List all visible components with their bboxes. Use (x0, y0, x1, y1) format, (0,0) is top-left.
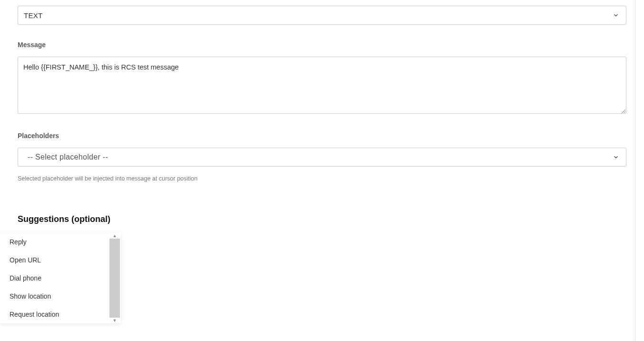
suggestion-option-show-location[interactable]: Show location (0, 287, 121, 305)
placeholders-help-text: Selected placeholder will be injected in… (18, 175, 626, 182)
placeholders-label: Placeholders (18, 132, 626, 140)
chevron-down-icon (612, 153, 620, 161)
chevron-down-icon (612, 11, 620, 20)
placeholders-select[interactable]: -- Select placeholder -- (18, 148, 626, 167)
message-label: Message (18, 41, 626, 49)
suggestions-heading: Suggestions (optional) (18, 214, 626, 224)
suggestion-option-dial-phone[interactable]: Dial phone (0, 269, 121, 287)
suggestion-option-reply[interactable]: Reply (0, 233, 121, 251)
type-select[interactable]: TEXT (18, 6, 626, 25)
scrollbar-thumb[interactable] (109, 239, 120, 318)
scroll-up-arrow-icon[interactable]: ▲ (109, 233, 121, 239)
message-textarea[interactable] (18, 57, 626, 114)
scroll-down-arrow-icon[interactable]: ▼ (109, 318, 121, 323)
suggestion-option-request-location[interactable]: Request location (0, 305, 121, 323)
type-select-value: TEXT (24, 11, 43, 20)
suggestion-type-dropdown: Reply Open URL Dial phone Show location … (0, 233, 121, 323)
dropdown-scrollbar[interactable]: ▲ ▼ (109, 233, 121, 323)
right-border-divider (635, 0, 635, 341)
suggestion-option-open-url[interactable]: Open URL (0, 251, 121, 269)
placeholders-select-value: -- Select placeholder -- (24, 153, 108, 161)
